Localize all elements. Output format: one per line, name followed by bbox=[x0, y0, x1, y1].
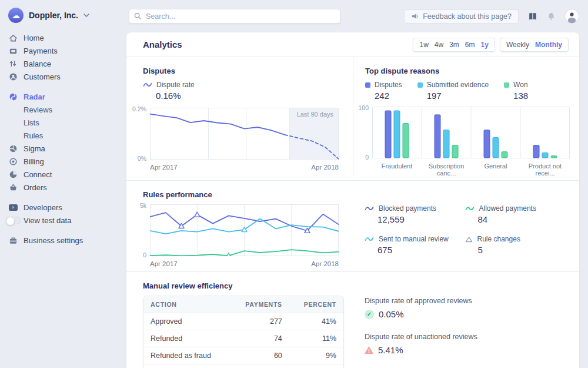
period-selector: Weekly Monthly bbox=[500, 38, 569, 52]
sidebar-item-balance[interactable]: Balance bbox=[8, 57, 126, 70]
search-icon bbox=[133, 12, 142, 22]
feedback-button[interactable]: Feedback about this page? bbox=[404, 9, 519, 24]
reasons-categories: FraudulentSubscription canc...GeneralPro… bbox=[372, 163, 570, 177]
dispute-reasons-bar-chart bbox=[372, 107, 570, 158]
sidebar-item-lists[interactable]: Lists bbox=[8, 116, 126, 129]
notifications-bell-icon[interactable] bbox=[547, 12, 556, 21]
brand-logo-cloud-icon: ☁ bbox=[8, 8, 24, 23]
allowed-payments-value: 84 bbox=[478, 214, 566, 224]
sidebar-item-developers[interactable]: Developers bbox=[8, 201, 126, 214]
sidebar-item-payments[interactable]: Payments bbox=[8, 44, 126, 57]
manual-review-table: ACTION PAYMENTS PERCENT Approved27741% R… bbox=[143, 296, 344, 368]
user-avatar[interactable] bbox=[564, 9, 579, 24]
check-circle-icon bbox=[365, 310, 374, 319]
developers-terminal-icon bbox=[8, 203, 18, 212]
dispute-rate-label: Dispute rate bbox=[156, 81, 195, 89]
table-row: Approved27741% bbox=[143, 313, 343, 330]
range-3m[interactable]: 3m bbox=[449, 41, 459, 49]
disputes-y-axis: 0.2%0% bbox=[133, 108, 150, 160]
home-icon bbox=[8, 33, 18, 42]
submitted-evidence-legend-swatch bbox=[417, 82, 423, 88]
allowed-payments-squiggle-icon bbox=[465, 205, 475, 211]
sidebar-menu: Home Payments Balance Customers Radar Re… bbox=[8, 31, 126, 247]
search-input[interactable] bbox=[129, 9, 340, 24]
rules-legend: Blocked payments 12,559 Allowed payments… bbox=[353, 181, 579, 271]
rules-performance-line-chart bbox=[150, 204, 339, 256]
dispute-reasons-section: Top dispute reasons Disputes 242 Submitt… bbox=[353, 57, 579, 180]
sidebar: ☁ Doppler, Inc. Home Payments Balance Cu… bbox=[0, 0, 126, 368]
sidebar-item-business-settings[interactable]: Business settings bbox=[8, 234, 126, 247]
sigma-icon bbox=[8, 144, 18, 153]
rule-changes-value: 5 bbox=[478, 245, 566, 255]
sidebar-item-customers[interactable]: Customers bbox=[8, 70, 126, 83]
main-content: Feedback about this page? Analytics 1w 4… bbox=[126, 0, 588, 368]
won-total: 138 bbox=[513, 91, 528, 101]
customers-icon bbox=[8, 72, 18, 81]
stat-approved-dispute-rate: Dispute rate of approved reviews 0.05% bbox=[365, 297, 565, 319]
range-4w[interactable]: 4w bbox=[435, 41, 443, 49]
chevron-down-icon bbox=[83, 14, 89, 17]
radar-icon bbox=[8, 92, 18, 101]
disputes-section: Disputes Dispute rate 0.16% 0.2%0% Last … bbox=[126, 57, 353, 180]
review-stats: Dispute rate of approved reviews 0.05% D… bbox=[353, 272, 579, 368]
table-row: Unactioned26339% bbox=[143, 364, 343, 368]
submitted-evidence-total: 197 bbox=[427, 91, 489, 101]
analytics-panel: Analytics 1w 4w 3m 6m 1y Weekly Monthly … bbox=[126, 32, 579, 368]
sidebar-item-billing[interactable]: Billing bbox=[8, 155, 126, 168]
rules-x-axis: Apr 2017Apr 2018 bbox=[150, 260, 339, 267]
sidebar-item-rules[interactable]: Rules bbox=[8, 129, 126, 142]
rules-y-axis: 5k0 bbox=[133, 204, 150, 256]
disputes-total: 242 bbox=[375, 91, 402, 101]
orders-basket-icon bbox=[8, 183, 18, 192]
table-header-row: ACTION PAYMENTS PERCENT bbox=[143, 296, 343, 313]
topbar: Feedback about this page? bbox=[126, 0, 579, 32]
sidebar-item-connect[interactable]: Connect bbox=[8, 168, 126, 181]
disputes-x-axis: Apr 2017Apr 2018 bbox=[150, 164, 339, 171]
last-90-days-label: Last 90 days bbox=[297, 111, 333, 118]
sidebar-item-view-test-data[interactable]: View test data bbox=[8, 214, 126, 227]
disputes-title: Disputes bbox=[143, 67, 339, 75]
won-legend-swatch bbox=[504, 82, 509, 88]
rules-performance-title: Rules performance bbox=[143, 190, 339, 199]
period-weekly[interactable]: Weekly bbox=[506, 41, 529, 49]
sidebar-item-radar[interactable]: Radar bbox=[8, 90, 126, 103]
sidebar-item-reviews[interactable]: Reviews bbox=[8, 103, 126, 116]
sidebar-item-home[interactable]: Home bbox=[8, 31, 126, 44]
table-row: Refunded as fraud609% bbox=[143, 347, 343, 364]
rules-performance-section: Rules performance 5k0 Apr 2017Apr 2018 bbox=[126, 181, 353, 271]
account-switcher[interactable]: ☁ Doppler, Inc. bbox=[8, 8, 126, 23]
table-row: Refunded7411% bbox=[143, 330, 343, 347]
sidebar-item-orders[interactable]: Orders bbox=[8, 181, 126, 194]
dispute-rate-value: 0.16% bbox=[156, 91, 339, 101]
search-box bbox=[129, 9, 340, 24]
manual-review-title: Manual review efficiency bbox=[143, 281, 353, 290]
manual-review-value: 675 bbox=[377, 245, 465, 255]
test-data-toggle[interactable] bbox=[8, 216, 18, 225]
manual-review-section: Manual review efficiency ACTION PAYMENTS… bbox=[126, 272, 353, 368]
range-selector: 1w 4w 3m 6m 1y bbox=[413, 38, 495, 52]
dispute-reasons-title: Top dispute reasons bbox=[365, 67, 570, 75]
reasons-y-axis: 1000 bbox=[356, 107, 372, 158]
page-title: Analytics bbox=[143, 39, 182, 49]
panel-header: Analytics 1w 4w 3m 6m 1y Weekly Monthly bbox=[126, 32, 579, 57]
warning-triangle-icon bbox=[365, 346, 373, 354]
disputes-legend-swatch bbox=[365, 82, 370, 88]
rule-changes-triangle-icon bbox=[465, 236, 473, 243]
megaphone-icon bbox=[411, 12, 419, 20]
balance-arrows-icon bbox=[8, 59, 18, 68]
range-6m[interactable]: 6m bbox=[465, 41, 475, 49]
range-1w[interactable]: 1w bbox=[419, 41, 428, 49]
brand-name: Doppler, Inc. bbox=[29, 11, 78, 20]
docs-book-icon[interactable] bbox=[527, 12, 538, 21]
range-1y[interactable]: 1y bbox=[481, 41, 489, 49]
blocked-payments-value: 12,559 bbox=[377, 214, 465, 224]
dispute-rate-squiggle-icon bbox=[143, 82, 152, 88]
payments-icon bbox=[8, 46, 18, 55]
stat-unactioned-dispute-rate: Dispute rate of unactioned reviews 5.41% bbox=[365, 333, 565, 355]
manual-review-squiggle-icon bbox=[365, 236, 374, 242]
blocked-payments-squiggle-icon bbox=[365, 205, 374, 211]
period-monthly[interactable]: Monthly bbox=[535, 41, 562, 49]
business-settings-icon bbox=[8, 236, 18, 245]
sidebar-item-sigma[interactable]: Sigma bbox=[8, 142, 126, 155]
connect-icon bbox=[8, 170, 18, 179]
